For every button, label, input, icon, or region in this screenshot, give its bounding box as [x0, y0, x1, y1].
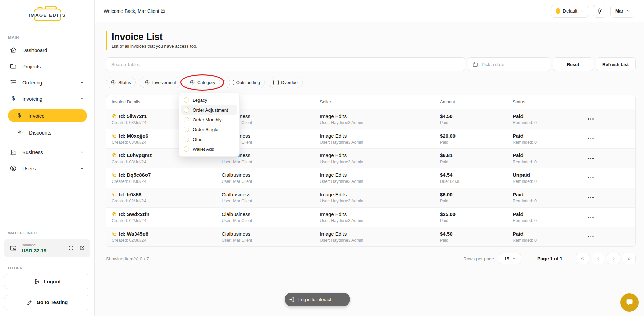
refresh-list-button[interactable]: Refresh List: [596, 57, 636, 71]
sidebar-item-ordering[interactable]: Ordering: [4, 76, 90, 89]
last-page-button[interactable]: [623, 253, 636, 264]
sidebar-item-business[interactable]: Business: [4, 145, 90, 159]
plus-circle-icon: [145, 80, 150, 85]
filter-chip-outstanding[interactable]: Outstanding: [224, 77, 265, 88]
category-menu-item-label: Legacy: [193, 98, 207, 103]
sidebar-item-invoice[interactable]: $ Invoice: [8, 109, 87, 122]
sidebar-item-invoicing[interactable]: $ Invoicing: [4, 92, 90, 105]
next-page-button[interactable]: [607, 253, 620, 264]
logout-button[interactable]: Logout: [4, 274, 90, 289]
copy-id-icon[interactable]: [112, 133, 117, 138]
status-value: Paid: [513, 152, 587, 158]
chevron-down-icon: [512, 257, 516, 261]
sidebar-item-label: Invoicing: [22, 96, 42, 102]
sidebar-item-label: Projects: [22, 64, 41, 69]
table-row: Id: Ir0×58 Created: 02/Jul/24 Cialbusine…: [106, 188, 635, 207]
row-actions-button[interactable]: [587, 234, 594, 240]
seller-user: User: Haydnne3 Admin: [320, 179, 440, 184]
sun-icon: [597, 8, 603, 14]
radio-circle-icon: [184, 127, 189, 132]
status-cell: Paid Reminded: 0: [513, 113, 587, 125]
category-menu-item[interactable]: Other: [181, 135, 237, 144]
actions-cell: [587, 195, 630, 200]
category-menu-item[interactable]: Wallet Add: [181, 144, 237, 154]
plus-circle-icon: [190, 80, 195, 85]
status-sub: Reminded: 0: [513, 179, 587, 184]
row-actions-button[interactable]: [587, 116, 594, 122]
copy-id-icon[interactable]: [112, 114, 117, 119]
amount-cell: $4.50 Paid: [440, 231, 513, 243]
sidebar-item-projects[interactable]: Projects: [4, 59, 90, 73]
amount-sub: Paid: [440, 120, 513, 125]
sidebar-item-dashboard[interactable]: Dashboard: [4, 43, 90, 57]
row-actions-button[interactable]: [587, 195, 594, 200]
status-sub: Reminded: 0: [513, 218, 587, 223]
category-menu-item[interactable]: Order Monthly: [181, 115, 237, 124]
theme-color-icon: [556, 8, 560, 14]
buyer-name: Cialbusiness: [222, 192, 320, 197]
invoice-id: Id: Ir0×58: [119, 192, 141, 197]
radio-circle-icon: [184, 97, 189, 103]
radio-circle-icon: [184, 107, 189, 113]
chat-bubble-icon: [625, 298, 634, 307]
sidebar-item-discounts[interactable]: % Discounts: [4, 126, 90, 139]
seller-name: Image Edits: [320, 211, 440, 217]
buyer-user: User: Mar Client: [222, 179, 320, 184]
user-menu-button[interactable]: Mar: [610, 5, 635, 18]
theme-toggle-button[interactable]: [593, 5, 606, 18]
dollar-icon: $: [16, 112, 23, 119]
logo-text: IMAGE EDITS: [29, 13, 66, 18]
seller-cell: Image Edits User: Haydnne3 Admin: [320, 231, 440, 243]
wallet-icon: [9, 244, 17, 252]
date-picker-placeholder: Pick a date: [482, 62, 504, 67]
filter-chips-row: Status Involvement Category: [106, 77, 636, 88]
filter-chip-involvement[interactable]: Involvement: [140, 77, 181, 88]
amount-value: $6.00: [440, 192, 513, 197]
reset-button[interactable]: Reset: [553, 57, 593, 71]
category-menu-item[interactable]: Legacy: [181, 95, 237, 105]
copy-id-icon[interactable]: [112, 231, 117, 236]
category-menu-item[interactable]: Order Adjustment: [181, 105, 237, 115]
page-subtitle: List of all invoices that you have acces…: [112, 44, 636, 49]
copy-id-icon[interactable]: [112, 172, 117, 177]
filter-chip-overdue[interactable]: Overdue: [269, 77, 303, 88]
filter-chip-label: Status: [118, 80, 131, 85]
theme-select-button[interactable]: Default: [551, 5, 589, 18]
top-actions: Default Mar: [551, 5, 635, 18]
row-actions-button[interactable]: [587, 215, 594, 220]
status-sub: Reminded: 0: [513, 238, 587, 243]
amount-value: $6.81: [440, 152, 513, 158]
invoice-created: Created: 02/Jul/24: [112, 218, 222, 223]
invoice-details-cell: Id: Wa345e8 Created: 02/Jul/24: [112, 231, 222, 243]
first-page-button[interactable]: [576, 253, 589, 264]
copy-id-icon[interactable]: [112, 192, 117, 197]
copy-id-icon[interactable]: [112, 212, 117, 217]
refresh-balance-icon[interactable]: [68, 245, 74, 251]
status-sub: Reminded: 0: [513, 160, 587, 164]
open-wallet-icon[interactable]: [79, 245, 85, 251]
date-picker-button[interactable]: Pick a date: [468, 57, 550, 71]
status-value: Paid: [513, 211, 587, 217]
sidebar-item-users[interactable]: Users: [4, 162, 90, 175]
copy-id-icon[interactable]: [112, 153, 117, 158]
row-actions-button[interactable]: [587, 175, 594, 181]
sidebar-item-label: Discounts: [29, 130, 51, 136]
status-sub: Reminded: 0: [513, 199, 587, 203]
row-actions-button[interactable]: [587, 136, 594, 142]
row-actions-button[interactable]: [587, 156, 594, 161]
go-to-testing-button[interactable]: Go to Testing: [4, 295, 90, 310]
previous-page-button[interactable]: [592, 253, 604, 264]
seller-cell: Image Edits User: Haydnne3 Admin: [320, 133, 440, 145]
filter-chip-category[interactable]: Category: [185, 77, 220, 88]
rows-per-page-select[interactable]: 15: [499, 253, 521, 264]
filter-chip-status[interactable]: Status: [106, 77, 136, 88]
amount-value: $4.54: [440, 172, 513, 178]
category-menu-item[interactable]: Order Single: [181, 125, 237, 134]
login-to-interact-bar[interactable]: Log in to interact ...: [285, 293, 350, 306]
more-options-button[interactable]: ...: [339, 297, 346, 302]
search-input[interactable]: [106, 57, 465, 71]
home-icon: [9, 46, 17, 54]
chat-widget-button[interactable]: [620, 293, 639, 312]
percent-icon: %: [16, 129, 24, 136]
pencil-icon: [27, 300, 32, 306]
